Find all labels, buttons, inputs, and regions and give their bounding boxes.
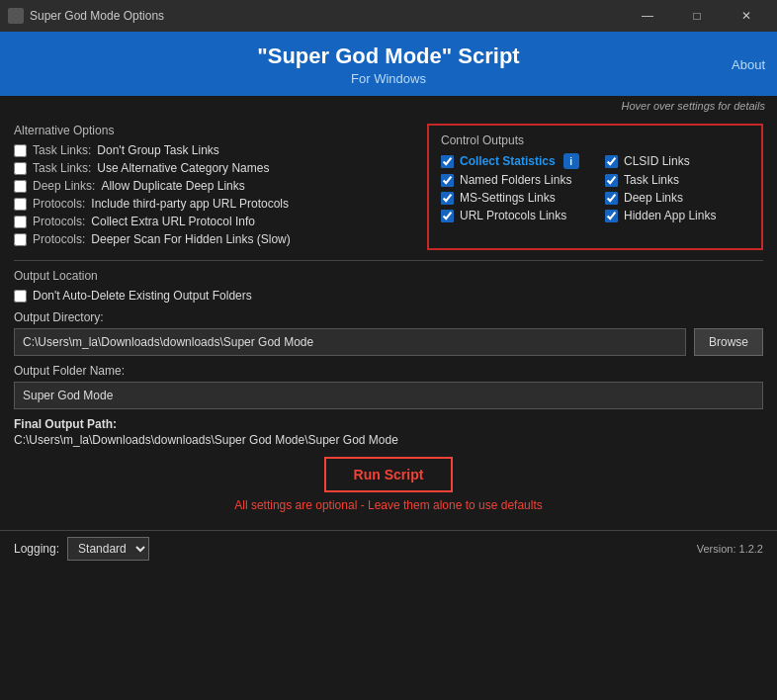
folder-name-label: Output Folder Name: bbox=[14, 364, 763, 378]
list-item: CLSID Links bbox=[605, 153, 749, 169]
dont-delete-label: Don't Auto-Delete Existing Output Folder… bbox=[33, 289, 252, 303]
opt-key-3: Protocols: bbox=[33, 197, 85, 211]
main-content: Alternative Options Task Links: Don't Gr… bbox=[0, 116, 777, 526]
directory-label: Output Directory: bbox=[14, 310, 763, 324]
logging-label: Logging: bbox=[14, 542, 59, 556]
ctrl-checkbox-ms-settings[interactable] bbox=[441, 192, 454, 205]
close-button[interactable]: ✕ bbox=[724, 6, 769, 26]
ctrl-checkbox-task-links[interactable] bbox=[605, 174, 618, 187]
run-section: Run Script All settings are optional - L… bbox=[14, 457, 763, 512]
list-item: Deep Links: Allow Duplicate Deep Links bbox=[14, 179, 413, 193]
window-title: Super God Mode Options bbox=[30, 9, 164, 23]
alt-opt-checkbox-0[interactable] bbox=[14, 144, 27, 157]
dont-delete-checkbox[interactable] bbox=[14, 290, 27, 303]
output-location-label: Output Location bbox=[14, 269, 763, 283]
ctrl-label-ms-settings: MS-Settings Links bbox=[460, 191, 556, 205]
ctrl-label-task-links: Task Links bbox=[624, 173, 679, 187]
directory-input[interactable] bbox=[14, 328, 686, 356]
minimize-button[interactable]: — bbox=[625, 6, 670, 26]
dont-delete-row: Don't Auto-Delete Existing Output Folder… bbox=[14, 289, 763, 303]
opt-val-4: Collect Extra URL Protocol Info bbox=[91, 215, 255, 228]
maximize-button[interactable]: □ bbox=[674, 6, 720, 26]
list-item: Deep Links bbox=[605, 191, 749, 205]
title-bar: Super God Mode Options — □ ✕ bbox=[0, 0, 777, 32]
browse-button[interactable]: Browse bbox=[694, 328, 763, 356]
directory-row: Browse bbox=[14, 328, 763, 356]
alt-opt-checkbox-4[interactable] bbox=[14, 216, 27, 228]
opt-key-1: Task Links: bbox=[33, 161, 91, 175]
header: "Super God Mode" Script For Windows Abou… bbox=[0, 32, 777, 96]
alt-options-label: Alternative Options bbox=[14, 124, 413, 137]
divider-1 bbox=[14, 260, 763, 261]
logging-select[interactable]: Standard Verbose Minimal bbox=[67, 537, 149, 561]
list-item: MS-Settings Links bbox=[441, 191, 585, 205]
alt-opt-checkbox-2[interactable] bbox=[14, 180, 27, 193]
list-item: Hidden App Links bbox=[605, 209, 749, 222]
ctrl-checkbox-clsid[interactable] bbox=[605, 155, 618, 168]
app-icon bbox=[8, 8, 24, 24]
alt-options-panel: Alternative Options Task Links: Don't Gr… bbox=[14, 124, 413, 250]
ctrl-checkbox-url-protocols[interactable] bbox=[441, 210, 454, 222]
title-bar-controls: — □ ✕ bbox=[625, 6, 769, 26]
alt-opt-checkbox-3[interactable] bbox=[14, 198, 27, 211]
opt-key-4: Protocols: bbox=[33, 215, 85, 228]
about-button[interactable]: About bbox=[732, 56, 765, 71]
hover-hint: Hover over settings for details bbox=[0, 96, 777, 116]
list-item: Protocols: Deeper Scan For Hidden Links … bbox=[14, 232, 413, 246]
two-col-section: Alternative Options Task Links: Don't Gr… bbox=[14, 124, 763, 250]
list-item: URL Protocols Links bbox=[441, 209, 585, 222]
ctrl-label-clsid: CLSID Links bbox=[624, 154, 690, 168]
control-outputs-panel: Control Outputs Collect Statistics i CLS… bbox=[427, 124, 763, 250]
alt-opt-checkbox-5[interactable] bbox=[14, 233, 27, 246]
list-item: Collect Statistics i bbox=[441, 153, 585, 169]
ctrl-label-hidden-app: Hidden App Links bbox=[624, 209, 716, 222]
folder-name-input[interactable] bbox=[14, 382, 763, 409]
optional-note: All settings are optional - Leave them a… bbox=[14, 498, 763, 512]
version-label: Version: 1.2.2 bbox=[697, 543, 763, 555]
list-item: Protocols: Collect Extra URL Protocol In… bbox=[14, 215, 413, 228]
opt-key-0: Task Links: bbox=[33, 143, 91, 157]
opt-key-2: Deep Links: bbox=[33, 179, 95, 193]
final-path-section: Final Output Path: C:\Users\m_la\Downloa… bbox=[14, 417, 763, 447]
title-bar-left: Super God Mode Options bbox=[8, 8, 164, 24]
ctrl-checkbox-named-folders[interactable] bbox=[441, 174, 454, 187]
opt-val-5: Deeper Scan For Hidden Links (Slow) bbox=[91, 232, 290, 246]
list-item: Named Folders Links bbox=[441, 173, 585, 187]
list-item: Protocols: Include third-party app URL P… bbox=[14, 197, 413, 211]
output-location-section: Output Location Don't Auto-Delete Existi… bbox=[14, 269, 763, 447]
final-path-value: C:\Users\m_la\Downloads\downloads\Super … bbox=[14, 433, 763, 447]
list-item: Task Links: Use Alternative Category Nam… bbox=[14, 161, 413, 175]
collect-stats-label: Collect Statistics bbox=[460, 154, 556, 168]
control-outputs-label: Control Outputs bbox=[441, 133, 749, 147]
list-item: Task Links bbox=[605, 173, 749, 187]
alt-opt-checkbox-1[interactable] bbox=[14, 162, 27, 175]
ctrl-label-named-folders: Named Folders Links bbox=[460, 173, 571, 187]
control-outputs-grid: Collect Statistics i CLSID Links Named F… bbox=[441, 153, 749, 222]
opt-val-3: Include third-party app URL Protocols bbox=[91, 197, 289, 211]
info-icon[interactable]: i bbox=[563, 153, 579, 169]
ctrl-checkbox-collect-stats[interactable] bbox=[441, 155, 454, 168]
ctrl-checkbox-hidden-app[interactable] bbox=[605, 210, 618, 222]
ctrl-label-deep-links: Deep Links bbox=[624, 191, 683, 205]
logging-row: Logging: Standard Verbose Minimal bbox=[14, 537, 149, 561]
opt-val-1: Use Alternative Category Names bbox=[97, 161, 269, 175]
opt-key-5: Protocols: bbox=[33, 232, 85, 246]
ctrl-checkbox-deep-links[interactable] bbox=[605, 192, 618, 205]
opt-val-2: Allow Duplicate Deep Links bbox=[101, 179, 244, 193]
final-path-title: Final Output Path: bbox=[14, 417, 763, 431]
footer: Logging: Standard Verbose Minimal Versio… bbox=[0, 530, 777, 567]
header-title: "Super God Mode" Script bbox=[0, 44, 777, 69]
ctrl-label-url-protocols: URL Protocols Links bbox=[460, 209, 566, 222]
list-item: Task Links: Don't Group Task Links bbox=[14, 143, 413, 157]
opt-val-0: Don't Group Task Links bbox=[97, 143, 218, 157]
header-subtitle: For Windows bbox=[0, 71, 777, 86]
run-script-button[interactable]: Run Script bbox=[324, 457, 454, 492]
